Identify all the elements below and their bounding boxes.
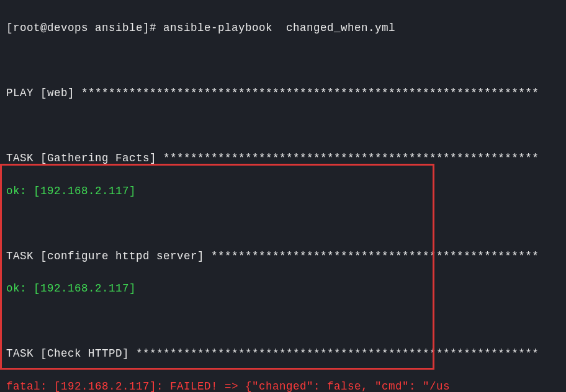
ok-status-1: ok: [192.168.2.117] xyxy=(6,185,136,197)
play-header: PLAY [web] xyxy=(6,87,81,99)
task-gathering-facts: TASK [Gathering Facts] xyxy=(6,152,163,164)
shell-prompt: [root@devops ansible]# xyxy=(6,22,163,34)
terminal-output: [root@devops ansible]# ansible-playbook … xyxy=(0,0,566,392)
fatal-error-1: fatal: [192.168.2.117]: FAILED! => {"cha… xyxy=(6,380,450,392)
ok-status-2: ok: [192.168.2.117] xyxy=(6,282,136,295)
command: ansible-playbook changed_when.yml xyxy=(163,22,395,34)
task-configure-httpd: TASK [configure httpd server] xyxy=(6,250,211,262)
task-check-httpd: TASK [Check HTTPD] xyxy=(6,347,136,360)
